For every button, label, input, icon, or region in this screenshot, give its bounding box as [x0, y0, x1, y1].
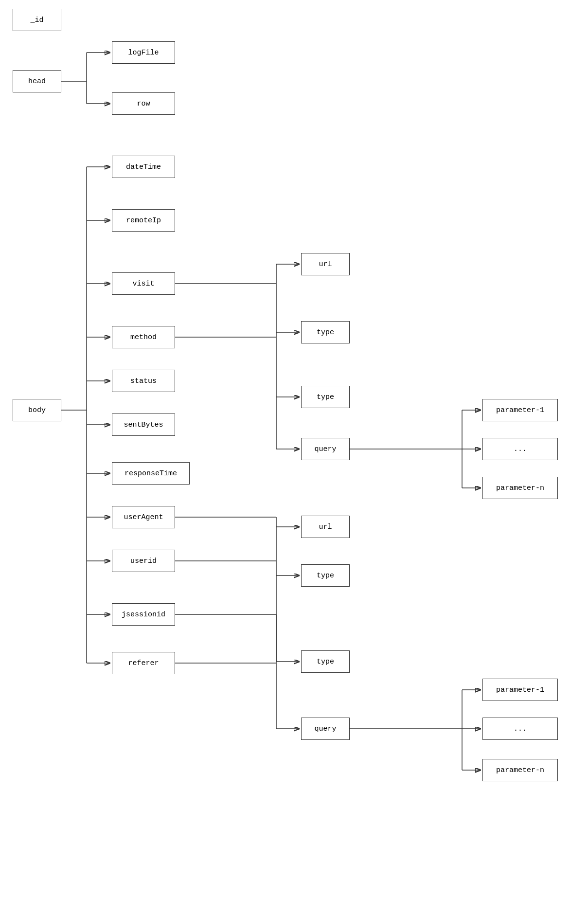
node-visit_type: type — [301, 321, 350, 343]
node-remoteIp: remoteIp — [112, 209, 175, 232]
node-dots_a: ... — [482, 438, 558, 460]
node-method: method — [112, 326, 175, 348]
node-param1_a: parameter-1 — [482, 399, 558, 421]
node-userAgent: userAgent — [112, 506, 175, 528]
node-dateTime: dateTime — [112, 156, 175, 178]
node-paramN_a: parameter-n — [482, 477, 558, 499]
node-body: body — [13, 399, 61, 421]
node-referer_url: url — [301, 516, 350, 538]
node-referer: referer — [112, 652, 175, 674]
node-referer_type: type — [301, 564, 350, 587]
node-status: status — [112, 370, 175, 392]
node-logFile: logFile — [112, 41, 175, 64]
node-userid: userid — [112, 550, 175, 572]
node-sentBytes: sentBytes — [112, 414, 175, 436]
node-referer_type2: type — [301, 650, 350, 673]
node-responseTime: responseTime — [112, 462, 190, 485]
node-jsessionid: jsessionid — [112, 603, 175, 626]
node-_id: _id — [13, 9, 61, 31]
node-visit_url: url — [301, 253, 350, 275]
node-row: row — [112, 92, 175, 115]
node-head: head — [13, 70, 61, 92]
node-visit: visit — [112, 272, 175, 295]
node-paramN_b: parameter-n — [482, 759, 558, 781]
node-query2: query — [301, 718, 350, 740]
node-dots_b: ... — [482, 718, 558, 740]
node-query1: query — [301, 438, 350, 460]
node-param1_b: parameter-1 — [482, 679, 558, 701]
node-method_type: type — [301, 386, 350, 408]
